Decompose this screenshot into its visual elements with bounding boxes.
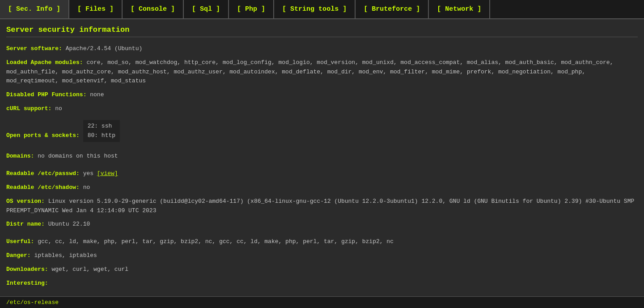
server-software-row: Server software: Apache/2.4.54 (Ubuntu) xyxy=(6,44,638,54)
ports-block: 22: ssh 80: http xyxy=(83,120,120,142)
danger-row: Danger: iptables, iptables xyxy=(6,251,638,261)
port-22: 22: ssh xyxy=(88,122,115,131)
curl-value: no xyxy=(55,105,62,112)
page-title: Server security information xyxy=(6,26,638,37)
nav-console[interactable]: [ Console ] xyxy=(123,0,184,18)
open-ports-label: Open ports & sockets: xyxy=(6,132,80,139)
interesting-label: Interesting: xyxy=(6,280,48,287)
distr-row: Distr name: Ubuntu 22.10 xyxy=(6,220,638,229)
os-version-row: OS version: Linux version 5.19.0-29-gene… xyxy=(6,197,638,216)
os-version-label: OS version: xyxy=(6,198,45,205)
disabled-php-row: Disabled PHP Functions: none xyxy=(6,90,638,100)
domains-value: no domains on this host xyxy=(38,153,118,159)
readable-passwd-row: Readable /etc/passwd: yes [view] xyxy=(6,169,638,179)
distr-value: Ubuntu 22.10 xyxy=(48,221,90,227)
curl-row: cURL support: no xyxy=(6,104,638,114)
nav-sql[interactable]: [ Sql ] xyxy=(184,0,229,18)
disabled-php-label: Disabled PHP Functions: xyxy=(6,91,86,98)
server-software-value-text: Apache/2.4.54 (Ubuntu) xyxy=(66,45,143,52)
loaded-modules-value: core, mod_so, mod_watchdog, http_core, m… xyxy=(6,59,613,85)
open-ports-section: Open ports & sockets: 22: ssh 80: http xyxy=(6,118,638,144)
curl-label: cURL support: xyxy=(6,105,51,112)
userful-label: Userful: xyxy=(6,238,34,245)
nav-php[interactable]: [ Php ] xyxy=(229,0,274,18)
userful-row: Userful: gcc, cc, ld, make, php, perl, t… xyxy=(6,237,638,247)
os-version-value: Linux version 5.19.0-29-generic (buildd@… xyxy=(6,198,634,214)
danger-value: iptables, iptables xyxy=(34,252,97,259)
nav-files[interactable]: [ Files ] xyxy=(69,0,123,18)
readable-shadow-value: no xyxy=(83,184,90,191)
danger-label: Danger: xyxy=(6,252,31,259)
readable-shadow-label: Readable /etc/shadow: xyxy=(6,184,80,191)
main-nav: [ Sec. Info ] [ Files ] [ Console ] [ Sq… xyxy=(0,0,644,19)
port-80: 80: http xyxy=(88,131,115,141)
downloaders-value: wget, curl, wget, curl xyxy=(51,266,128,273)
bottom-bar: /etc/os-release xyxy=(0,296,644,299)
loaded-modules-label: Loaded Apache modules: xyxy=(6,59,83,66)
nav-network[interactable]: [ Network ] xyxy=(429,0,490,18)
downloaders-label: Downloaders: xyxy=(6,266,48,273)
nav-string-tools[interactable]: [ String tools ] xyxy=(274,0,356,18)
loaded-modules-row: Loaded Apache modules: core, mod_so, mod… xyxy=(6,58,638,86)
userful-value: gcc, cc, ld, make, php, perl, tar, gzip,… xyxy=(38,238,394,245)
nav-bruteforce[interactable]: [ Bruteforce ] xyxy=(356,0,429,18)
readable-passwd-label: Readable /etc/passwd: xyxy=(6,170,80,177)
main-content: Server security information Server softw… xyxy=(0,19,644,299)
downloaders-row: Downloaders: wget, curl, wget, curl xyxy=(6,265,638,274)
nav-sec-info[interactable]: [ Sec. Info ] xyxy=(0,0,69,18)
server-software-label: Server software: xyxy=(6,45,62,52)
interesting-row: Interesting: xyxy=(6,279,638,288)
distr-label: Distr name: xyxy=(6,221,45,227)
disabled-php-value: none xyxy=(90,91,104,98)
view-passwd-link[interactable]: [view] xyxy=(97,170,118,177)
domains-row: Domains: no domains on this host xyxy=(6,152,638,161)
readable-shadow-row: Readable /etc/shadow: no xyxy=(6,183,638,192)
readable-passwd-value: yes xyxy=(83,170,97,177)
domains-label: Domains: xyxy=(6,153,34,159)
